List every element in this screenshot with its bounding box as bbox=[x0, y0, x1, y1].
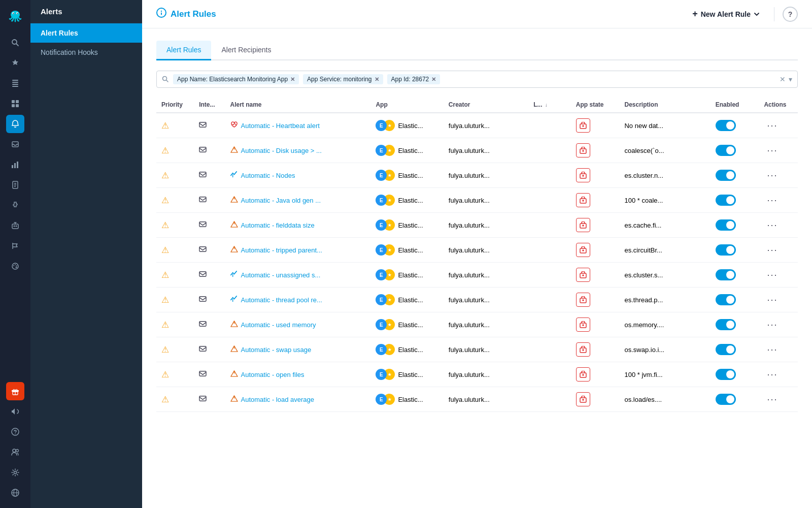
sidebar-icon-docs[interactable] bbox=[6, 176, 24, 194]
sidebar-icon-bot[interactable] bbox=[6, 216, 24, 235]
svg-rect-18 bbox=[17, 162, 18, 168]
alert-name-link[interactable]: Automatic - unassigned s... bbox=[230, 270, 366, 279]
app-icon-stack: E ★ bbox=[376, 344, 395, 355]
filter-chip-app-service-close[interactable]: ✕ bbox=[375, 76, 379, 83]
alert-name-link[interactable]: Automatic - Disk usage > ... bbox=[230, 146, 366, 155]
logo[interactable] bbox=[6, 6, 25, 25]
enabled-toggle[interactable] bbox=[716, 244, 736, 256]
app-name: Elastic... bbox=[398, 221, 423, 229]
alert-name-link[interactable]: Automatic - load average bbox=[230, 395, 366, 404]
row-actions-button[interactable]: ··· bbox=[764, 119, 781, 132]
svg-point-26 bbox=[12, 263, 18, 269]
alert-name-link[interactable]: Automatic - Java old gen ... bbox=[230, 196, 366, 205]
enabled-toggle[interactable] bbox=[716, 319, 736, 330]
enabled-toggle[interactable] bbox=[716, 120, 736, 131]
new-alert-rule-button[interactable]: + New Alert Rule bbox=[686, 5, 766, 23]
enabled-toggle[interactable] bbox=[716, 219, 736, 231]
enabled-toggle[interactable] bbox=[716, 170, 736, 181]
app-state-badge bbox=[576, 243, 590, 257]
enabled-toggle[interactable] bbox=[716, 269, 736, 280]
cell-actions: ··· bbox=[759, 387, 798, 412]
filter-chip-app-id-close[interactable]: ✕ bbox=[431, 76, 436, 83]
row-actions-button[interactable]: ··· bbox=[764, 294, 781, 306]
sidebar-item-alert-rules[interactable]: Alert Rules bbox=[30, 23, 142, 43]
row-actions-button[interactable]: ··· bbox=[764, 319, 781, 331]
email-icon bbox=[199, 245, 207, 253]
description-text: No new dat... bbox=[624, 122, 663, 130]
enabled-toggle[interactable] bbox=[716, 294, 736, 305]
filter-expand-icon[interactable]: ▾ bbox=[789, 75, 792, 83]
filter-actions[interactable]: ✕ ▾ bbox=[780, 75, 792, 83]
sidebar-icon-search[interactable] bbox=[6, 34, 24, 52]
alert-name-link[interactable]: Automatic - thread pool re... bbox=[230, 295, 366, 304]
help-button[interactable]: ? bbox=[783, 7, 798, 22]
filter-chip-app-name-close[interactable]: ✕ bbox=[290, 76, 295, 83]
app-icon-stack: E ★ bbox=[376, 120, 395, 131]
filter-chip-app-name-label: App Name: Elasticsearch Monitoring App bbox=[177, 76, 288, 83]
toggle-slider bbox=[716, 219, 736, 231]
filter-chip-app-name[interactable]: App Name: Elasticsearch Monitoring App ✕ bbox=[173, 74, 299, 84]
sidebar-icon-flag[interactable] bbox=[6, 237, 24, 255]
enabled-toggle[interactable] bbox=[716, 369, 736, 380]
row-actions-button[interactable]: ··· bbox=[764, 343, 781, 356]
sidebar-icon-inbox[interactable] bbox=[6, 135, 24, 153]
sidebar-icon-puzzle[interactable] bbox=[6, 196, 24, 214]
col-header-priority: Priority bbox=[156, 97, 194, 113]
row-actions-button[interactable]: ··· bbox=[764, 393, 781, 406]
row-actions-button[interactable]: ··· bbox=[764, 194, 781, 207]
creator-name: fulya.uluturk... bbox=[449, 321, 490, 329]
sidebar-item-notification-hooks[interactable]: Notification Hooks bbox=[30, 43, 142, 62]
col-header-l[interactable]: L... ↓ bbox=[528, 97, 571, 113]
filter-chip-app-service[interactable]: App Service: monitoring ✕ bbox=[303, 74, 383, 84]
enabled-toggle[interactable] bbox=[716, 145, 736, 156]
sidebar-icon-users[interactable] bbox=[6, 443, 24, 461]
sidebar-icon-chart[interactable] bbox=[6, 155, 24, 174]
sidebar-icon-alerts[interactable] bbox=[6, 115, 24, 133]
sidebar-icon-speaker[interactable] bbox=[6, 402, 24, 421]
app-state-badge bbox=[576, 168, 590, 182]
creator-name: fulya.uluturk... bbox=[449, 396, 490, 403]
row-actions-button[interactable]: ··· bbox=[764, 269, 781, 281]
enabled-toggle[interactable] bbox=[716, 195, 736, 206]
alert-name-link[interactable]: Automatic - Nodes bbox=[230, 171, 366, 180]
svg-rect-80 bbox=[582, 300, 584, 301]
cell-creator: fulya.uluturk... bbox=[444, 288, 528, 312]
row-actions-button[interactable]: ··· bbox=[764, 244, 781, 257]
alert-type-icon bbox=[230, 345, 238, 354]
sidebar-icon-globe[interactable] bbox=[6, 484, 24, 502]
app-cell: E ★ Elastic... bbox=[376, 170, 438, 181]
row-actions-button[interactable]: ··· bbox=[764, 169, 781, 182]
sidebar-icon-settings[interactable] bbox=[6, 463, 24, 482]
table-header-row: Priority Inte... Alert name App Creator … bbox=[156, 97, 798, 113]
alert-name-link[interactable]: Automatic - open files bbox=[230, 370, 366, 379]
app-state-badge bbox=[576, 218, 590, 232]
sidebar-icon-grid[interactable] bbox=[6, 94, 24, 113]
alert-name-link[interactable]: Automatic - tripped parent... bbox=[230, 245, 366, 255]
sidebar-icon-gift[interactable] bbox=[6, 382, 24, 400]
alert-name-link[interactable]: Automatic - fielddata size bbox=[230, 220, 366, 230]
alert-type-icon bbox=[230, 270, 238, 279]
row-actions-button[interactable]: ··· bbox=[764, 219, 781, 232]
sidebar-icon-layers[interactable] bbox=[6, 74, 24, 92]
row-actions-button[interactable]: ··· bbox=[764, 368, 781, 381]
table-row: ⚠ Automatic - tripped parent... E ★ Elas… bbox=[156, 238, 798, 263]
enabled-toggle[interactable] bbox=[716, 394, 736, 405]
tabs-bar: Alert Rules Alert Recipients bbox=[156, 41, 798, 60]
table-row: ⚠ Automatic - Nodes E ★ Elastic... fulya… bbox=[156, 163, 798, 188]
svg-rect-67 bbox=[582, 225, 584, 227]
filter-chip-app-id[interactable]: App Id: 28672 ✕ bbox=[387, 74, 441, 84]
tab-alert-rules[interactable]: Alert Rules bbox=[156, 41, 211, 60]
sidebar-icon-palette[interactable] bbox=[6, 257, 24, 275]
creator-name: fulya.uluturk... bbox=[449, 371, 490, 378]
enabled-toggle[interactable] bbox=[716, 344, 736, 355]
alert-name-link[interactable]: Automatic - used memory bbox=[230, 320, 366, 329]
tab-alert-recipients[interactable]: Alert Recipients bbox=[211, 41, 281, 60]
toggle-slider bbox=[716, 344, 736, 355]
alert-name-link[interactable]: Automatic - swap usage bbox=[230, 345, 366, 354]
svg-rect-73 bbox=[199, 272, 206, 276]
sidebar-icon-help[interactable] bbox=[6, 423, 24, 441]
row-actions-button[interactable]: ··· bbox=[764, 144, 781, 157]
alert-name-link[interactable]: Automatic - Heartbeat alert bbox=[230, 121, 366, 130]
sidebar-icon-deploy[interactable] bbox=[6, 54, 24, 72]
filter-clear-icon[interactable]: ✕ bbox=[780, 75, 786, 83]
